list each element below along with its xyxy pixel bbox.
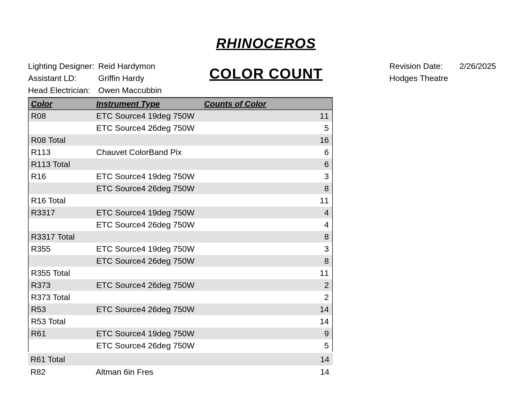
cell-count: 11 — [203, 111, 332, 121]
cell-color: R355 — [28, 244, 96, 254]
cell-color: R61 Total — [28, 355, 96, 364]
cell-color: R113 — [28, 148, 96, 157]
table-row: ETC Source4 26deg 750W4 — [28, 219, 332, 231]
cell-color: R373 Total — [28, 292, 96, 302]
table-row: R3317ETC Source4 19deg 750W4 — [28, 207, 332, 219]
cell-color: R08 Total — [28, 135, 96, 145]
cell-count: 6 — [203, 148, 332, 157]
cell-count: 9 — [203, 329, 332, 338]
cell-color: R373 — [28, 280, 96, 290]
ald-label: Assistant LD: — [28, 72, 98, 84]
cell-color: R53 — [28, 305, 96, 314]
cell-count: 3 — [203, 172, 332, 181]
he-label: Head Electrician: — [28, 84, 98, 96]
table-row: ETC Source4 26deg 750W8 — [28, 255, 332, 267]
cell-color: R61 — [28, 329, 96, 338]
cell-count: 16 — [203, 135, 332, 145]
revision-date-value: 2/26/2025 — [459, 60, 496, 72]
header-counts: Counts of Color — [203, 99, 332, 109]
cell-color: R16 Total — [28, 196, 96, 205]
cell-instrument: ETC Source4 19deg 750W — [96, 111, 203, 121]
he-value: Owen Maccubbin — [98, 84, 162, 96]
table-row: R61 Total14 — [28, 353, 333, 365]
cell-count: 4 — [203, 208, 332, 217]
table-body: R08ETC Source4 19deg 750W11ETC Source4 2… — [28, 110, 332, 352]
table-row: R08 Total16 — [28, 134, 332, 146]
cell-count: 2 — [203, 280, 332, 290]
cell-count: 11 — [203, 196, 332, 205]
cell-instrument: ETC Source4 26deg 750W — [96, 184, 203, 193]
table-row: ETC Source4 26deg 750W8 — [28, 183, 332, 195]
cell-instrument: ETC Source4 19deg 750W — [96, 244, 203, 254]
header-instrument: Instrument Type — [96, 99, 203, 109]
table-row: R373ETC Source4 26deg 750W2 — [28, 279, 332, 291]
cell-color: R53 Total — [28, 317, 96, 326]
table-row: R53ETC Source4 26deg 750W14 — [28, 303, 332, 316]
cell-color: R3317 Total — [28, 232, 96, 242]
ld-label: Lighting Designer: — [28, 60, 98, 72]
cell-color: R16 — [28, 172, 96, 181]
table-row: R113Chauvet ColorBand Pix6 — [28, 146, 332, 158]
ld-value: Reid Hardymon — [98, 60, 155, 72]
table-row: R113 Total6 — [28, 158, 332, 170]
cell-color: R113 Total — [28, 159, 96, 169]
cell-count: 5 — [203, 341, 332, 350]
cell-instrument: Chauvet ColorBand Pix — [96, 148, 203, 157]
cell-color: R355 Total — [28, 268, 96, 278]
show-title: RHINOCEROS — [0, 35, 532, 51]
cell-instrument: ETC Source4 19deg 750W — [96, 329, 203, 338]
table-row: R355 Total11 — [28, 267, 332, 279]
table-row: ETC Source4 26deg 750W5 — [28, 340, 332, 352]
cell-count: 14 — [202, 355, 333, 364]
cell-count: 5 — [203, 123, 332, 133]
cell-count: 11 — [203, 268, 332, 278]
table-row: R373 Total2 — [28, 291, 332, 303]
cell-count: 6 — [203, 159, 332, 169]
table-row: R16ETC Source4 19deg 750W3 — [28, 170, 332, 183]
color-count-table: Color Instrument Type Counts of Color R0… — [28, 97, 333, 352]
table-row: R82Altman 6in Fres14 — [28, 365, 333, 378]
table-row: R61ETC Source4 19deg 750W9 — [28, 327, 332, 340]
revision-date-label: Revision Date: — [389, 60, 459, 72]
cell-count: 14 — [202, 367, 333, 377]
cell-instrument: ETC Source4 26deg 750W — [96, 123, 203, 133]
cell-count: 8 — [203, 232, 332, 242]
table-row: R355ETC Source4 19deg 750W3 — [28, 243, 332, 255]
cell-instrument: ETC Source4 26deg 750W — [96, 220, 203, 229]
cell-count: 3 — [203, 244, 332, 254]
table-body-overflow: R61 Total14R82Altman 6in Fres14 — [28, 353, 333, 378]
cell-color: R3317 — [28, 208, 96, 217]
table-row: R08ETC Source4 19deg 750W11 — [28, 110, 332, 122]
cell-instrument: ETC Source4 26deg 750W — [96, 256, 203, 266]
cell-instrument: ETC Source4 19deg 750W — [96, 172, 203, 181]
table-row: R16 Total11 — [28, 195, 332, 207]
cell-instrument: Altman 6in Fres — [96, 367, 202, 377]
cell-instrument: ETC Source4 26deg 750W — [96, 341, 203, 350]
cell-instrument: ETC Source4 26deg 750W — [96, 305, 203, 314]
cell-count: 14 — [203, 317, 332, 326]
venue-value: Hodges Theatre — [389, 72, 448, 84]
cell-color: R08 — [28, 111, 96, 121]
cell-count: 8 — [203, 184, 332, 193]
revision-block: Revision Date: 2/26/2025 Hodges Theatre — [389, 60, 496, 84]
credits-block: Lighting Designer: Reid Hardymon Assista… — [28, 60, 162, 96]
table-row: R53 Total14 — [28, 316, 332, 327]
cell-count: 4 — [203, 220, 332, 229]
cell-count: 14 — [203, 305, 332, 314]
cell-color: R82 — [28, 367, 96, 377]
header-color: Color — [28, 99, 96, 109]
table-row: R3317 Total8 — [28, 231, 332, 243]
cell-count: 2 — [203, 292, 332, 302]
ald-value: Griffin Hardy — [98, 72, 144, 84]
table-header-row: Color Instrument Type Counts of Color — [28, 98, 332, 110]
cell-instrument: ETC Source4 26deg 750W — [96, 280, 203, 290]
cell-instrument: ETC Source4 19deg 750W — [96, 208, 203, 217]
cell-count: 8 — [203, 256, 332, 266]
table-row: ETC Source4 26deg 750W5 — [28, 122, 332, 134]
